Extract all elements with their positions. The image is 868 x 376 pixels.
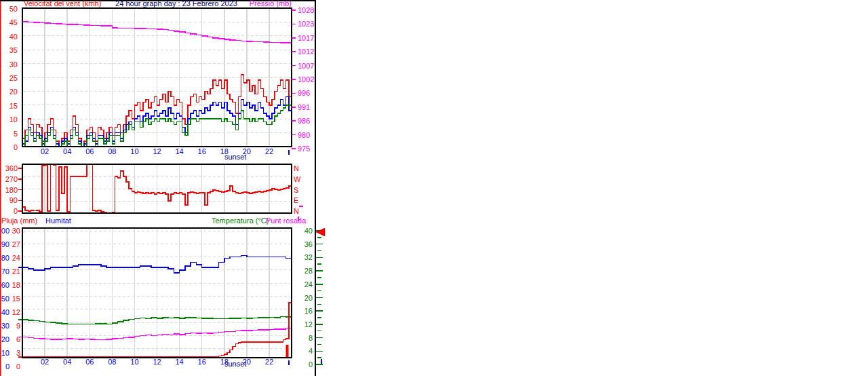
temperature-axis-tick-label: 20 xyxy=(304,294,313,302)
humidity-axis-tick-label: 50 xyxy=(1,295,9,303)
wind-axis-tick-label: 0 xyxy=(14,143,18,151)
direction-axis-tick-label: 270 xyxy=(5,175,18,183)
dew-point-series-label: Punt rosada xyxy=(266,217,306,225)
humidity-series-label: Humitat xyxy=(45,217,71,225)
humidity-axis-tick-label: 40 xyxy=(1,308,9,316)
x-axis-tick-label: 10 xyxy=(130,358,138,366)
temperature-series-label: Temperatura (°C) xyxy=(212,217,269,225)
pressure-axis-tick-label: 996 xyxy=(298,89,310,97)
compass-direction-label: W xyxy=(294,175,301,183)
x-axis-tick-label: 22 xyxy=(265,147,273,155)
humidity-axis-tick-label: 100 xyxy=(0,227,9,235)
pressure-axis-title: Pressió (mb) xyxy=(203,0,292,8)
left-edge-accent xyxy=(0,0,1,376)
sunset-annotation-top: sunset xyxy=(224,153,246,162)
wind-axis-tick-label: 10 xyxy=(9,115,18,124)
compass-direction-label: N xyxy=(294,207,299,215)
temperature-axis-tick-label: 40 xyxy=(304,227,313,235)
pressure-axis-tick-label: 980 xyxy=(298,131,310,139)
rain-series-label: Pluja (mm) xyxy=(1,217,37,225)
weather-display-screen: 0204060810121416182022020406081012141618… xyxy=(0,0,868,376)
direction-axis-tick-label: 360 xyxy=(5,164,18,172)
pressure-axis-tick-label: 1002 xyxy=(298,75,314,83)
wind-axis-tick-label: 35 xyxy=(9,46,18,54)
rain-axis-tick-label: 18 xyxy=(12,281,20,289)
wind-axis-tick-label: 20 xyxy=(9,88,18,96)
sunset-annotation-bottom: sunset xyxy=(224,360,246,369)
wind-axis-tick-label: 15 xyxy=(9,102,18,110)
rain-axis-tick-label: 30 xyxy=(12,227,20,235)
temperature-axis-tick-label: 8 xyxy=(309,334,313,342)
humidity-axis-tick-label: 80 xyxy=(1,254,9,262)
rain-axis-tick-label: 3 xyxy=(16,349,20,357)
temperature-axis-tick-label: 36 xyxy=(304,240,313,248)
pressure-axis-tick-label: 1007 xyxy=(298,62,314,70)
x-axis-tick-label: 14 xyxy=(175,147,183,155)
compass-direction-label: S xyxy=(294,186,298,194)
x-axis-tick-label: 02 xyxy=(41,147,49,155)
humidity-axis-tick-label: 70 xyxy=(1,267,9,276)
current-value-arrow-marker xyxy=(316,228,325,236)
x-axis-tick-label: 10 xyxy=(130,147,138,155)
x-axis-tick-label: 12 xyxy=(153,147,161,155)
humidity-axis-tick-label: 0 xyxy=(5,362,9,371)
rain-axis-tick-label: 21 xyxy=(12,267,20,276)
wind-axis-tick-label: 45 xyxy=(9,18,18,26)
wind-axis-tick-label: 30 xyxy=(9,60,18,69)
direction-axis-tick-label: 90 xyxy=(9,196,18,204)
x-axis-tick-label: 06 xyxy=(85,358,94,366)
temperature-axis-tick-label: 0 xyxy=(309,360,313,369)
rain-axis-tick-label: 27 xyxy=(12,240,20,248)
pressure-axis-tick-label: 1023 xyxy=(298,20,314,28)
rain-axis-tick-label: 9 xyxy=(16,322,20,330)
x-axis-tick-label: 12 xyxy=(153,358,161,366)
pressure-axis-tick-label: 1017 xyxy=(298,34,314,42)
wind-axis-tick-label: 40 xyxy=(9,33,18,41)
x-axis-tick-label: 16 xyxy=(198,358,206,366)
compass-direction-label: N xyxy=(294,164,299,172)
temperature-axis-tick-label: 16 xyxy=(304,307,313,315)
temperature-axis-tick-label: 32 xyxy=(304,253,313,261)
compass-direction-label: E xyxy=(294,196,298,204)
humidity-axis-tick-label: 20 xyxy=(1,335,9,343)
pressure-axis-tick-label: 1012 xyxy=(298,48,314,56)
temperature-axis-tick-label: 24 xyxy=(304,280,313,288)
x-axis-tick-label: 08 xyxy=(108,147,116,155)
pressure-axis-tick-label: 986 xyxy=(298,117,310,125)
rain-axis-tick-label: 12 xyxy=(12,308,20,316)
wind-axis-tick-label: 50 xyxy=(9,5,18,13)
temperature-axis-tick-label: 4 xyxy=(309,347,313,355)
x-axis-tick-label: 22 xyxy=(265,358,273,366)
x-axis-tick-label: 08 xyxy=(108,358,116,366)
rain-axis-tick-label: 24 xyxy=(12,254,20,262)
pressure-axis-tick-label: 991 xyxy=(298,103,310,111)
temperature-axis-tick-label: 12 xyxy=(304,320,313,328)
wind-axis-tick-label: 5 xyxy=(14,130,18,138)
x-axis-tick-label: 06 xyxy=(85,147,94,155)
pressure-axis-tick-label: 1028 xyxy=(298,6,314,14)
rain-axis-tick-label: 0 xyxy=(16,362,20,371)
temperature-axis-tick-label: 28 xyxy=(304,267,313,275)
humidity-axis-tick-label: 90 xyxy=(1,240,9,248)
pressure-axis-tick-label: 975 xyxy=(298,145,310,153)
humidity-axis-tick-label: 10 xyxy=(1,349,9,357)
x-axis-tick-label: 04 xyxy=(63,147,71,155)
x-axis-tick-label: 04 xyxy=(63,358,71,366)
x-axis-tick-label: 02 xyxy=(41,358,49,366)
weather-graphs-canvas: 0204060810121416182022020406081012141618… xyxy=(0,0,868,376)
humidity-axis-tick-label: 30 xyxy=(1,322,9,330)
humidity-axis-tick-label: 60 xyxy=(1,281,9,289)
rain-end-bar xyxy=(286,345,289,357)
x-axis-tick-label: 14 xyxy=(175,358,183,366)
rain-axis-tick-label: 15 xyxy=(12,295,20,303)
x-axis-tick-label: 16 xyxy=(198,147,206,155)
direction-axis-tick-label: 180 xyxy=(5,186,18,194)
direction-axis-tick-label: 0 xyxy=(14,207,18,215)
wind-axis-tick-label: 25 xyxy=(9,74,18,82)
